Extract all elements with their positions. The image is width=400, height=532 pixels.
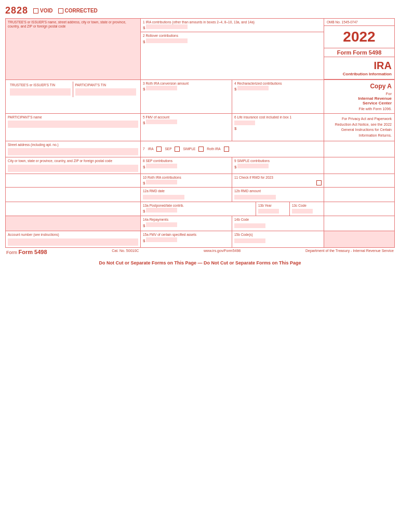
box15b-value[interactable] — [234, 238, 265, 243]
box13c-value[interactable] — [292, 209, 313, 214]
account-number-value[interactable] — [8, 238, 138, 246]
section-row-8-9: City or town, state or province, country… — [6, 157, 394, 174]
box15a-cell: 15a FMV of certain specified assets $ — [141, 231, 232, 247]
box5-value[interactable] — [146, 119, 177, 124]
privacy-section: For Privacy Act and Paperwork Reduction … — [324, 114, 394, 141]
box7-sep-checkbox[interactable] — [175, 147, 180, 152]
omb-section: OMB No. 1545-0747 — [324, 19, 394, 26]
box4-cell: 4 Recharacterized contributions $ — [232, 80, 324, 113]
box12a-value[interactable] — [143, 195, 184, 200]
tin-section: TRUSTEE'S or ISSUER'S TIN PARTICIPANT'S … — [6, 80, 141, 113]
box15a-value[interactable] — [146, 237, 177, 242]
box8-label: 8 SEP contributions — [143, 159, 230, 163]
box15a-dollar: $ — [143, 238, 145, 243]
box7-roth-checkbox[interactable] — [224, 147, 229, 152]
contribution-info-text: Contribution Information — [343, 72, 392, 76]
box5-cell: 5 FMV of account $ — [141, 114, 232, 141]
void-section: VOID — [33, 8, 52, 14]
service-center-text: Service Center — [327, 101, 392, 105]
right-spacer-10-11 — [324, 174, 394, 187]
account-number-label: Account number (see instructions) — [8, 233, 138, 237]
box7-simple-checkbox[interactable] — [198, 147, 204, 152]
participant-name-cell: PARTICIPANT'S name — [6, 114, 141, 141]
box10-value[interactable] — [146, 180, 177, 184]
box13a-label: 13a Postponed/late contrib. — [143, 204, 254, 208]
footer-website: www.irs.gov/Form5498 — [204, 249, 241, 255]
void-checkbox[interactable] — [33, 8, 38, 14]
boxes-1-2: 1 IRA contributions (other than amounts … — [141, 19, 324, 79]
section-row-7: Street address (including apt. no.) 7 IR… — [6, 141, 394, 157]
box13b-value[interactable] — [258, 209, 279, 214]
box13a-value[interactable] — [146, 208, 177, 212]
boxes-3-4: 3 Roth IRA conversion amount $ 4 Rechara… — [141, 80, 324, 113]
box14b-value[interactable] — [234, 223, 265, 228]
boxes-12: 12a RMD date 12b RMD amount — [141, 188, 324, 201]
right-spacer-13 — [324, 202, 394, 216]
box6-label: 6 Life insurance cost included in box 1 — [234, 115, 322, 119]
box6-value[interactable] — [234, 121, 255, 125]
box3-value[interactable] — [146, 86, 177, 90]
form-number-right: Form — [337, 49, 353, 56]
footer-dept: Department of the Treasury - Internal Re… — [305, 249, 394, 255]
box2-dollar: $ — [143, 39, 145, 44]
footer-form-number: Form 5498 — [19, 249, 47, 255]
right-spacer-8-9 — [324, 157, 394, 173]
box7-ira-label: IRA — [148, 147, 154, 151]
participant-name-value[interactable] — [8, 121, 138, 128]
void-label: VOID — [40, 8, 52, 14]
boxes-14: 14a Repayments $ 14b Code — [141, 216, 324, 231]
internal-revenue-text: Internal Revenue — [327, 96, 392, 101]
city-state-value[interactable] — [8, 165, 138, 172]
copy-a-section: Copy A For Internal Revenue Service Cent… — [324, 80, 394, 113]
right-panel: OMB No. 1545-0747 2022 Form Form 5498 IR… — [324, 19, 394, 79]
box7-label: 7 — [143, 147, 145, 151]
box8-value[interactable] — [146, 164, 177, 168]
box13a-dollar: $ — [143, 209, 145, 214]
trustee-tin-value[interactable] — [10, 88, 71, 96]
box8-cell: 8 SEP contributions $ — [141, 157, 232, 173]
box4-value[interactable] — [237, 86, 269, 90]
box11-cell: 11 Check if RMD for 2023 — [232, 174, 324, 187]
box1-label: 1 IRA contributions (other than amounts … — [143, 20, 322, 24]
box15b-label: 15b Code(s) — [234, 233, 322, 237]
box7-cell: 7 IRA SEP SIMPLE Roth IRA — [141, 141, 324, 157]
box13b-cell: 13b Year — [256, 202, 290, 216]
form-5498-label: Form 5498 — [353, 49, 381, 56]
corrected-checkbox[interactable] — [58, 8, 63, 14]
right-spacer-14 — [324, 216, 394, 231]
box6-dollar: $ — [234, 126, 236, 131]
box14a-cell: 14a Repayments $ — [141, 216, 232, 231]
box12b-value[interactable] — [234, 195, 276, 200]
box14a-value[interactable] — [146, 222, 177, 227]
box1-cell: 1 IRA contributions (other than amounts … — [141, 19, 324, 32]
box15b-cell: 15b Code(s) — [232, 231, 324, 247]
box5-dollar: $ — [143, 121, 145, 125]
box8-dollar: $ — [143, 165, 145, 169]
trustee-tin-label: TRUSTEE'S or ISSUER'S TIN — [10, 83, 71, 87]
boxes-10-11: 10 Roth IRA contributions $ 11 Check if … — [141, 174, 324, 187]
box2-value[interactable] — [146, 38, 188, 43]
top-header: 2828 VOID CORRECTED — [5, 5, 395, 16]
participant-tin-value[interactable] — [75, 88, 137, 96]
year-display: 2022 — [343, 29, 375, 45]
box11-checkbox[interactable] — [316, 180, 322, 185]
box6-cell: 6 Life insurance cost included in box 1 … — [232, 114, 324, 141]
trustee-tin-cell: TRUSTEE'S or ISSUER'S TIN — [8, 82, 73, 97]
participant-tin-label: PARTICIPANT'S TIN — [75, 83, 137, 87]
box7-ira-checkbox[interactable] — [156, 147, 162, 152]
street-address-value[interactable] — [8, 148, 138, 155]
box2-label: 2 Rollover contributions — [143, 34, 322, 38]
box14b-cell: 14b Code — [232, 216, 324, 231]
trustee-cell: TRUSTEE'S or ISSUER'S name, street addre… — [6, 19, 141, 79]
box10-label: 10 Roth IRA contributions — [143, 176, 230, 180]
box7-sep-label: SEP — [165, 147, 171, 151]
corrected-label: CORRECTED — [65, 8, 98, 14]
form-page: 2828 VOID CORRECTED TRUSTEE'S or ISSUER'… — [5, 5, 395, 267]
box7-simple-label: SIMPLE — [183, 147, 195, 151]
box9-value[interactable] — [237, 164, 269, 168]
year-section: 2022 — [324, 26, 394, 48]
box1-value[interactable] — [146, 24, 188, 29]
box13c-label: 13c Code — [292, 204, 322, 208]
section-row-15: Account number (see instructions) 15a FM… — [6, 231, 394, 247]
ira-big-text: IRA — [327, 60, 392, 72]
